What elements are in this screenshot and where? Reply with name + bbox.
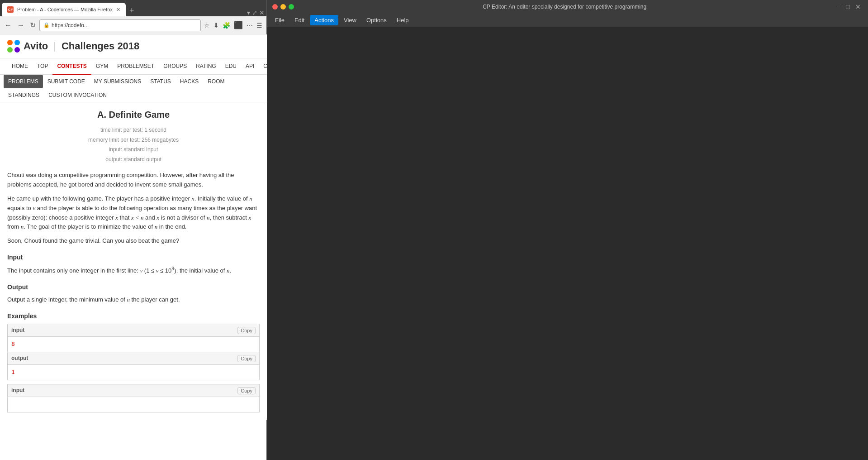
tab-title: Problem - A - Codeforces — Mozilla Firef… xyxy=(17,7,113,12)
cf-header: Avito | Challenges 2018 xyxy=(0,34,267,58)
example1-input-box: input Copy 8 xyxy=(7,324,260,352)
output-spec: output: standard output xyxy=(7,155,260,165)
subnav-submit-code[interactable]: SUBMIT CODE xyxy=(43,75,90,88)
cp-menu-edit[interactable]: Edit xyxy=(290,15,309,25)
example2-input-copy-btn[interactable]: Copy xyxy=(237,387,256,394)
nav-home[interactable]: HOME xyxy=(7,58,33,74)
subnav-hacks[interactable]: HACKS xyxy=(175,75,203,88)
lock-icon: 🔒 xyxy=(43,22,50,28)
shield-icon[interactable]: ⬛ xyxy=(232,19,244,31)
tab-minimize-btn[interactable]: ▾ xyxy=(247,9,250,16)
bookmark-icon[interactable]: ☆ xyxy=(203,19,211,31)
math-x2: x xyxy=(157,214,159,221)
cp-dot-green xyxy=(289,4,294,10)
tab-new-btn[interactable]: + xyxy=(128,5,136,16)
cp-window-dots xyxy=(272,4,294,10)
logo-dot-blue xyxy=(14,40,20,45)
nav-icons: ☆ ⬇ 🧩 ⬛ ⋯ ☰ xyxy=(203,19,264,31)
hamburger-icon[interactable]: ☰ xyxy=(255,19,264,31)
more-btn[interactable]: ⋯ xyxy=(245,19,254,31)
statement-p3: Soon, Chouti found the game trivial. Can… xyxy=(7,236,260,246)
subnav-room[interactable]: ROOM xyxy=(203,75,229,88)
subnav-status[interactable]: STATUS xyxy=(146,75,175,88)
output-section-title: Output xyxy=(7,282,260,292)
example1-output-value: 1 xyxy=(8,365,259,380)
cp-close-btn[interactable]: ✕ xyxy=(854,3,863,10)
refresh-btn[interactable]: ↻ xyxy=(28,20,38,30)
math-ineq: x < n xyxy=(131,214,144,221)
cp-menu-file[interactable]: File xyxy=(270,15,289,25)
nav-calendar[interactable]: CALENDAR xyxy=(259,58,267,74)
avito-logo: Avito | Challenges 2018 xyxy=(7,40,139,53)
cp-menu-view[interactable]: View xyxy=(339,15,361,25)
tab-close-btn[interactable]: ✕ xyxy=(116,7,120,13)
puzzle-icon[interactable]: 🧩 xyxy=(221,19,232,31)
nav-contests[interactable]: CONTESTS xyxy=(52,58,91,75)
nav-groups[interactable]: GROUPS xyxy=(159,58,191,74)
tab-expand-btn[interactable]: ⤢ xyxy=(252,9,257,16)
cp-menubar: File Edit Actions View Options Help xyxy=(267,14,868,27)
logo-subtitle: Challenges 2018 xyxy=(62,40,139,52)
subnav-standings[interactable]: STANDINGS xyxy=(4,88,44,102)
address-text: https://codefo... xyxy=(52,22,89,29)
tab-close-window-btn[interactable]: ✕ xyxy=(259,9,265,16)
example1-input-copy-btn[interactable]: Copy xyxy=(237,327,256,334)
cp-menu-help[interactable]: Help xyxy=(392,15,413,25)
math-n3: n xyxy=(207,214,210,221)
nav-edu[interactable]: EDU xyxy=(221,58,241,74)
memory-limit: memory limit per test: 256 megabytes xyxy=(7,135,260,145)
input-section-title: Input xyxy=(7,252,260,262)
logo-dot-green xyxy=(7,47,13,53)
logo-separator: | xyxy=(53,40,56,52)
problem-body: Chouti was doing a competitive programmi… xyxy=(7,171,260,412)
cp-window-buttons: − □ ✕ xyxy=(835,3,863,10)
nav-gym[interactable]: GYM xyxy=(91,58,113,74)
example1-input-value: 8 xyxy=(8,337,259,352)
math-n2: n xyxy=(249,195,252,202)
statement-p1: Chouti was doing a competitive programmi… xyxy=(7,171,260,190)
cp-dot-red xyxy=(272,4,278,10)
cf-nav: HOME TOP CONTESTS GYM PROBLEMSET GROUPS … xyxy=(0,58,267,75)
cp-dot-yellow xyxy=(280,4,286,10)
input-body: The input contains only one integer in t… xyxy=(7,265,260,276)
subnav-my-submissions[interactable]: MY SUBMISSIONS xyxy=(90,75,146,88)
cp-titlebar: CP Editor: An editor specially designed … xyxy=(267,0,868,14)
download-icon[interactable]: ⬇ xyxy=(212,19,220,31)
cp-menu-actions[interactable]: Actions xyxy=(310,15,338,25)
subnav-custom-invocation[interactable]: CUSTOM INVOCATION xyxy=(44,88,111,102)
cp-editor-title: CP Editor: An editor specially designed … xyxy=(298,4,831,10)
math-x3: x xyxy=(248,214,251,221)
logo-text: Avito xyxy=(24,40,48,52)
output-body: Output a single integer, the minimum val… xyxy=(7,295,260,305)
cp-maximize-btn[interactable]: □ xyxy=(844,3,852,10)
nav-api[interactable]: API xyxy=(241,58,259,74)
example1-output-box: output Copy 1 xyxy=(7,352,260,380)
math-n1: n xyxy=(191,195,194,202)
subnav-problems[interactable]: PROBLEMS xyxy=(4,75,43,88)
nav-bar: ← → ↻ 🔒 https://codefo... ☆ ⬇ 🧩 ⬛ ⋯ ☰ xyxy=(0,16,266,34)
cp-minimize-btn[interactable]: − xyxy=(835,3,842,10)
example2-input-value xyxy=(8,397,259,412)
tab-bar: CF Problem - A - Codeforces — Mozilla Fi… xyxy=(0,0,266,16)
example1-input-header: input Copy xyxy=(8,324,259,337)
problem-title: A. Definite Game xyxy=(7,110,260,120)
example1-output-label: output xyxy=(11,354,28,363)
example1-input-label: input xyxy=(11,326,24,335)
browser-tab[interactable]: CF Problem - A - Codeforces — Mozilla Fi… xyxy=(2,3,126,16)
nav-problemset[interactable]: PROBLEMSET xyxy=(113,58,159,74)
nav-top[interactable]: TOP xyxy=(33,58,52,74)
example1-output-copy-btn[interactable]: Copy xyxy=(237,355,256,362)
math-v2: v xyxy=(140,268,142,274)
cp-menu-options[interactable]: Options xyxy=(362,15,391,25)
input-spec: input: standard input xyxy=(7,145,260,155)
problem-content: A. Definite Game time limit per test: 1 … xyxy=(0,102,267,420)
cp-editor: CP Editor: An editor specially designed … xyxy=(267,0,868,460)
math-n4: n xyxy=(21,223,24,230)
back-btn[interactable]: ← xyxy=(3,20,14,30)
address-bar[interactable]: 🔒 https://codefo... xyxy=(39,19,201,31)
math-n6: n xyxy=(227,268,230,274)
tab-favicon: CF xyxy=(7,6,14,13)
example2-input-header: input Copy xyxy=(8,384,259,397)
forward-btn[interactable]: → xyxy=(15,20,26,30)
nav-rating[interactable]: RATING xyxy=(191,58,220,74)
